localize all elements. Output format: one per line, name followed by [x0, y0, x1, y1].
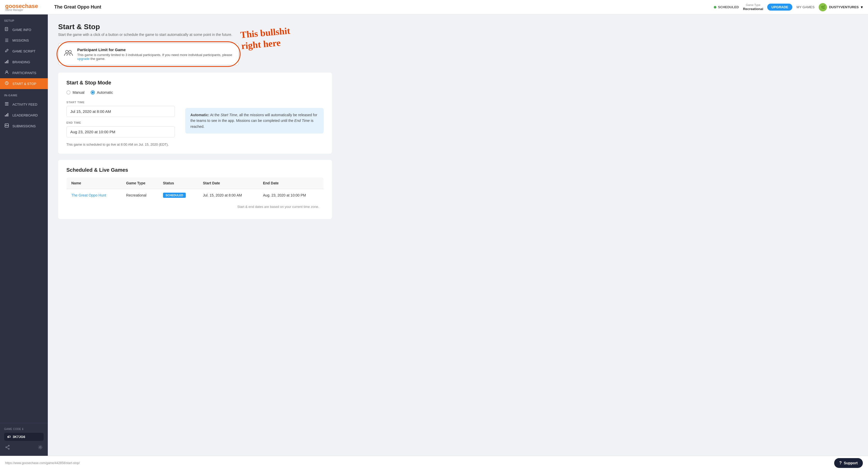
bottom-url: https://www.goosechase.com/game/442858/s…: [5, 461, 80, 465]
svg-rect-14: [7, 113, 8, 117]
support-button[interactable]: ? Support: [834, 458, 863, 468]
svg-rect-5: [6, 61, 7, 63]
start-time-label: START TIME: [66, 101, 175, 104]
automatic-radio[interactable]: Automatic: [91, 90, 113, 95]
svg-point-23: [66, 50, 68, 53]
sidebar-bottom: GAME CODE ℹ 🏷 3K7JG6: [0, 423, 48, 456]
user-avatar: 🌿: [819, 3, 827, 11]
bottom-bar: https://www.goosechase.com/game/442858/s…: [0, 456, 868, 470]
image-icon: [4, 123, 9, 129]
chart-icon: [4, 59, 9, 65]
manual-label: Manual: [72, 90, 85, 95]
sidebar-item-submissions[interactable]: SUBMISSIONS: [0, 121, 48, 131]
tag-icon: 🏷: [7, 435, 10, 439]
sidebar-item-missions[interactable]: ☰ MISSIONS: [0, 35, 48, 46]
svg-rect-13: [6, 114, 7, 117]
participant-limit-content: Participant Limit for Game This game is …: [77, 48, 233, 61]
status-dot: [714, 6, 716, 8]
game-code-value: 3K7JG6: [13, 435, 25, 439]
logo[interactable]: goosechase Game Manager: [5, 3, 38, 11]
support-label: Support: [844, 461, 858, 465]
svg-rect-9: [5, 102, 8, 103]
settings-button[interactable]: [37, 444, 44, 452]
sidebar-item-activity-feed[interactable]: ACTIVITY FEED: [0, 99, 48, 110]
time-row: START TIME END TIME This game is schedul…: [66, 101, 324, 147]
sidebar-item-game-info[interactable]: GAME INFO: [0, 24, 48, 35]
end-time-input[interactable]: [66, 126, 175, 137]
page-title: Start & Stop: [58, 23, 858, 31]
svg-point-7: [6, 71, 7, 72]
start-time-input[interactable]: [66, 106, 175, 117]
sidebar-item-label: GAME SCRIPT: [12, 49, 36, 53]
scheduled-badge: SCHEDULED: [163, 193, 186, 198]
participants-icon: [64, 50, 73, 59]
top-navigation: goosechase Game Manager The Great Oppo H…: [0, 0, 868, 14]
automatic-label: Automatic: [97, 90, 113, 95]
sidebar-item-participants[interactable]: PARTICIPANTS: [0, 67, 48, 78]
document-icon: [4, 27, 9, 32]
manual-radio-circle: [66, 90, 70, 95]
manual-radio[interactable]: Manual: [66, 90, 85, 95]
participant-limit-wrapper: Participant Limit for Game This game is …: [58, 43, 239, 65]
sidebar-item-label: BRANDING: [12, 60, 30, 64]
svg-point-22: [39, 446, 41, 448]
svg-point-19: [8, 448, 9, 449]
sidebar-item-label: PARTICIPANTS: [12, 71, 36, 75]
game-type-label: Game Type: [743, 3, 763, 6]
sidebar-item-leaderboard[interactable]: LEADERBOARD: [0, 110, 48, 121]
leaderboard-icon: [4, 113, 9, 118]
participant-limit-box: Participant Limit for Game This game is …: [58, 43, 239, 65]
limit-text-before: This game is currently limited to 3 indi…: [77, 53, 232, 57]
user-name: DUSTYVENTURES: [829, 5, 859, 9]
section-title: Start & Stop Mode: [66, 80, 324, 86]
game-code-text: GAME CODE: [4, 428, 21, 431]
sidebar-actions: [4, 444, 44, 452]
time-fields: START TIME END TIME This game is schedul…: [66, 101, 175, 147]
col-status: Status: [158, 178, 198, 189]
user-area[interactable]: 🌿 DUSTYVENTURES ▾: [819, 3, 863, 11]
clock-icon: [4, 81, 9, 86]
ingame-section-label: In-Game: [0, 89, 48, 99]
svg-point-17: [8, 445, 9, 446]
col-game-type: Game Type: [121, 178, 158, 189]
table-footnote: Start & end dates are based on your curr…: [66, 202, 324, 212]
sidebar-item-label: ACTIVITY FEED: [12, 102, 37, 106]
limit-text-after: the game.: [90, 57, 105, 61]
table-header: Name Game Type Status Start Date End Dat…: [67, 178, 324, 189]
list-icon: [4, 102, 9, 107]
automatic-radio-circle: [91, 90, 95, 95]
game-code-label: GAME CODE ℹ: [4, 428, 44, 431]
svg-line-21: [7, 446, 8, 447]
my-games-link[interactable]: MY GAMES: [797, 5, 814, 9]
sidebar: Setup GAME INFO ☰ MISSIONS GAME SCRIPT B…: [0, 14, 48, 456]
sidebar-item-branding[interactable]: BRANDING: [0, 57, 48, 67]
sidebar-item-start-stop[interactable]: START & STOP: [0, 78, 48, 89]
radio-dot: [92, 91, 94, 93]
sidebar-item-game-script[interactable]: GAME SCRIPT: [0, 46, 48, 57]
page-subtitle: Start the game with a click of a button …: [58, 33, 858, 37]
missions-icon: ☰: [4, 38, 9, 43]
upgrade-link[interactable]: upgrade: [77, 57, 90, 61]
svg-rect-6: [7, 60, 8, 63]
chevron-down-icon: ▾: [861, 5, 863, 9]
nav-right: SCHEDULED Game Type Recreational UPGRADE…: [714, 3, 863, 11]
info-box: Automatic: At the Start Time, all the mi…: [185, 108, 324, 133]
svg-rect-4: [5, 62, 6, 63]
game-type-area: Game Type Recreational: [743, 3, 763, 11]
radio-group: Manual Automatic: [66, 90, 324, 95]
game-code-box: 🏷 3K7JG6: [4, 433, 44, 441]
share-button[interactable]: [4, 444, 11, 452]
game-type-value: Recreational: [743, 7, 763, 11]
svg-rect-10: [5, 103, 8, 104]
games-table: Name Game Type Status Start Date End Dat…: [66, 177, 324, 202]
setup-section-label: Setup: [0, 14, 48, 24]
game-name-link[interactable]: The Great Oppo Hunt: [71, 193, 106, 197]
cell-start-date: Jul. 15, 2020 at 8:00 AM: [198, 189, 258, 202]
scheduled-games-section: Scheduled & Live Games Name Game Type St…: [58, 160, 332, 219]
participant-limit-text: This game is currently limited to 3 indi…: [77, 53, 233, 61]
sidebar-item-label: GAME INFO: [12, 28, 31, 32]
cell-game-type: Recreational: [121, 189, 158, 202]
upgrade-button[interactable]: UPGRADE: [767, 4, 792, 10]
support-icon: ?: [839, 461, 842, 465]
status-label: SCHEDULED: [718, 5, 739, 9]
